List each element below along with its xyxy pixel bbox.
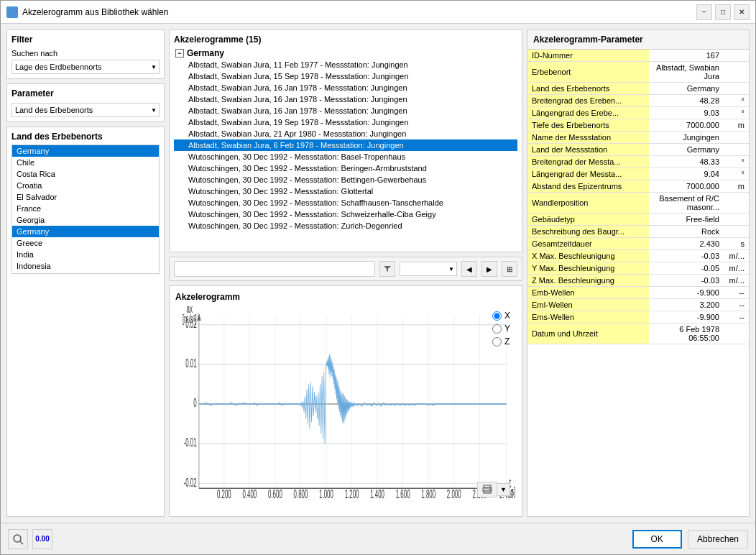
record-item[interactable]: Albstadt, Swabian Jura, 19 Sep 1978 - Me… bbox=[174, 116, 517, 128]
param-value: -9.900 bbox=[649, 311, 724, 324]
param-unit bbox=[724, 83, 749, 95]
param-label: Y Max. Beschleunigung bbox=[527, 262, 649, 275]
param-value: Jungingen bbox=[649, 132, 724, 144]
param-row: Gesamtzeitdauer2.430s bbox=[527, 238, 749, 250]
country-item[interactable]: Chile bbox=[12, 157, 159, 168]
svg-marker-19 bbox=[197, 313, 200, 321]
record-item[interactable]: Albstadt, Swabian Jura, 6 Feb 1978 - Mes… bbox=[174, 139, 517, 151]
param-unit: m bbox=[724, 119, 749, 132]
svg-text:[m/s²]: [m/s²] bbox=[183, 312, 197, 326]
radio-z-text: Z bbox=[504, 336, 510, 347]
filter-funnel-button[interactable] bbox=[379, 261, 395, 277]
titlebar-controls: − □ ✕ bbox=[696, 4, 750, 20]
record-item[interactable]: Albstadt, Swabian Jura, 16 Jan 1978 - Me… bbox=[174, 93, 517, 105]
country-item[interactable]: Georgia bbox=[12, 214, 159, 226]
record-item[interactable]: Albstadt, Swabian Jura, 11 Feb 1977 - Me… bbox=[174, 59, 517, 70]
param-label: Wandlerposition bbox=[527, 193, 649, 214]
record-item[interactable]: Albstadt, Swabian Jura, 16 Jan 1978 - Me… bbox=[174, 82, 517, 93]
param-unit bbox=[724, 214, 749, 226]
record-item[interactable]: Wutoschingen, 30 Dec 1992 - Messstation:… bbox=[174, 151, 517, 162]
svg-text:1.200: 1.200 bbox=[345, 487, 359, 501]
country-item[interactable]: Germany bbox=[12, 226, 159, 237]
record-item[interactable]: Wutoschingen, 30 Dec 1992 - Messstation:… bbox=[174, 220, 517, 231]
country-item[interactable]: El Salvador bbox=[12, 191, 159, 203]
record-item[interactable]: Albstadt, Swabian Jura, 15 Sep 1978 - Me… bbox=[174, 70, 517, 82]
prev-button[interactable]: ◀ bbox=[461, 261, 477, 277]
param-label: Gebäudetyp bbox=[527, 214, 649, 226]
param-value: Rock bbox=[649, 226, 724, 238]
record-item[interactable]: Wutoschingen, 30 Dec 1992 - Messstation:… bbox=[174, 208, 517, 220]
param-value: 7000.000 bbox=[649, 180, 724, 193]
country-item[interactable]: Croatia bbox=[12, 180, 159, 191]
svg-text:0.01: 0.01 bbox=[185, 357, 196, 370]
svg-text:1.400: 1.400 bbox=[370, 487, 384, 501]
record-item[interactable]: Albstadt, Swabian Jura, 16 Jan 1978 - Me… bbox=[174, 105, 517, 116]
country-item[interactable]: India bbox=[12, 249, 159, 260]
radio-x[interactable] bbox=[492, 311, 502, 321]
country-item[interactable]: Greece bbox=[12, 237, 159, 249]
params-title: Akzelerogramm-Parameter bbox=[527, 30, 749, 50]
record-item[interactable]: Albstadt, Swabian Jura, 21 Apr 1980 - Me… bbox=[174, 128, 517, 139]
expand-button[interactable]: ⊞ bbox=[502, 261, 517, 277]
param-unit: m/... bbox=[724, 250, 749, 262]
param-value: -0.03 bbox=[649, 275, 724, 287]
svg-text:-0.01: -0.01 bbox=[184, 436, 197, 449]
close-button[interactable]: ✕ bbox=[734, 4, 750, 20]
search-icon-button[interactable] bbox=[8, 529, 28, 549]
value-button[interactable]: 0.00 bbox=[32, 529, 52, 549]
record-group-header: − Germany bbox=[174, 47, 517, 59]
param-label: Ems-Wellen bbox=[527, 311, 649, 324]
param-unit bbox=[724, 324, 749, 344]
filter-select[interactable] bbox=[400, 262, 457, 276]
main-window: Akzelerogramm aus Bibliothek wählen − □ … bbox=[0, 0, 756, 555]
record-group: − Germany Albstadt, Swabian Jura, 11 Feb… bbox=[174, 47, 517, 231]
svg-point-46 bbox=[14, 535, 21, 542]
ok-button[interactable]: OK bbox=[632, 530, 682, 549]
group-name: Germany bbox=[187, 48, 224, 58]
print-dropdown-button[interactable]: ▼ bbox=[497, 483, 510, 496]
country-item[interactable]: France bbox=[12, 203, 159, 214]
filter-dropdown-wrapper bbox=[400, 262, 457, 276]
param-label: Breitengrad der Messta... bbox=[527, 156, 649, 168]
record-item[interactable]: Wutoschingen, 30 Dec 1992 - Messstation:… bbox=[174, 174, 517, 185]
maximize-button[interactable]: □ bbox=[715, 4, 731, 20]
record-items-container: Albstadt, Swabian Jura, 11 Feb 1977 - Me… bbox=[174, 59, 517, 231]
svg-text:0.200: 0.200 bbox=[217, 487, 231, 501]
filter-section: Filter Suchen nach Lage des Erdbebennort… bbox=[6, 29, 165, 79]
country-item[interactable]: Costa Rica bbox=[12, 168, 159, 180]
radio-x-text: X bbox=[504, 311, 510, 321]
param-value: 6 Feb 1978 06:55:00 bbox=[649, 324, 724, 344]
param-row: ID-Nummer167 bbox=[527, 50, 749, 62]
country-item[interactable]: Indonesia bbox=[12, 260, 159, 272]
radio-z[interactable] bbox=[492, 337, 502, 347]
radio-y-label[interactable]: Y bbox=[492, 324, 510, 334]
parameter-title: Parameter bbox=[11, 88, 160, 98]
param-row: Land der MessstationGermany bbox=[527, 144, 749, 156]
param-row: Breitengrad des Ereben...48.28° bbox=[527, 95, 749, 107]
parameter-select[interactable]: Land des Erbebenorts bbox=[11, 103, 160, 117]
titlebar-left: Akzelerogramm aus Bibliothek wählen bbox=[6, 6, 168, 18]
record-item[interactable]: Wutoschingen, 30 Dec 1992 - Messstation:… bbox=[174, 197, 517, 208]
next-button[interactable]: ▶ bbox=[481, 261, 497, 277]
print-button[interactable] bbox=[477, 482, 497, 497]
param-row: Name der MessstationJungingen bbox=[527, 132, 749, 144]
filter-input[interactable] bbox=[174, 261, 375, 277]
record-item[interactable]: Wutoschingen, 30 Dec 1992 - Messstation:… bbox=[174, 162, 517, 174]
param-label: Datum und Uhrzeit bbox=[527, 324, 649, 344]
country-list-section: Land des Erbebenorts GermanyChileCosta R… bbox=[6, 127, 165, 517]
radio-y[interactable] bbox=[492, 324, 502, 334]
radio-z-label[interactable]: Z bbox=[492, 336, 510, 347]
collapse-icon[interactable]: − bbox=[175, 49, 184, 58]
svg-text:0: 0 bbox=[193, 396, 196, 410]
param-row: Abstand des Epizentrums7000.000m bbox=[527, 180, 749, 193]
country-item[interactable]: Germany bbox=[12, 145, 159, 157]
minimize-button[interactable]: − bbox=[696, 4, 712, 20]
radio-x-label[interactable]: X bbox=[492, 311, 510, 321]
value-label: 0.00 bbox=[35, 535, 49, 543]
record-item[interactable]: Wutoschingen, 30 Dec 1992 - Messstation:… bbox=[174, 185, 517, 197]
param-label: Abstand des Epizentrums bbox=[527, 180, 649, 193]
param-row: Breitengrad der Messta...48.33° bbox=[527, 156, 749, 168]
cancel-button[interactable]: Abbrechen bbox=[688, 530, 748, 549]
svg-text:-0.02: -0.02 bbox=[184, 475, 197, 489]
search-select[interactable]: Lage des Erdbebennorts bbox=[11, 60, 160, 74]
